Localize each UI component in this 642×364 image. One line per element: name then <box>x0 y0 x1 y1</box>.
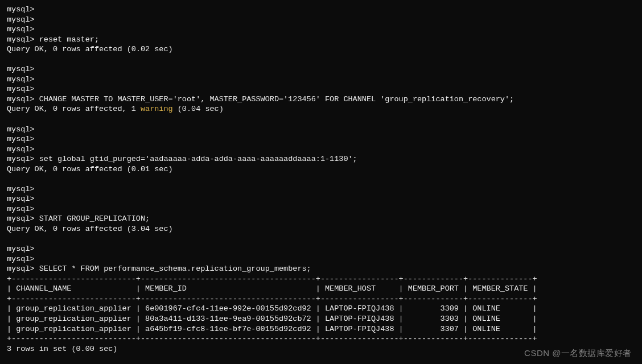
watermark-text: CSDN @一名数据库爱好者 <box>524 348 632 359</box>
result-change-master: Query OK, 0 rows affected, 1 warning (0.… <box>7 105 224 113</box>
prompt-line: mysql> <box>7 85 35 93</box>
cmd-change-master: mysql> CHANGE MASTER TO MASTER_USER='roo… <box>7 95 514 104</box>
result-start-group-replication: Query OK, 0 rows affected (3.04 sec) <box>7 225 173 233</box>
result-set-gtid: Query OK, 0 rows affected (0.01 sec) <box>7 165 173 173</box>
terminal-output: mysql> mysql> mysql> mysql> reset master… <box>7 5 635 364</box>
prompt-line: mysql> <box>7 255 35 263</box>
result-reset-master: Query OK, 0 rows affected (0.02 sec) <box>7 45 173 53</box>
table-row: | group_replication_applier | a645bf19-c… <box>7 325 537 333</box>
prompt-line: mysql> <box>7 25 35 34</box>
table-row: | group_replication_applier | 80a3a411-d… <box>7 315 537 323</box>
cmd-reset-master: mysql> reset master; <box>7 35 99 44</box>
prompt-line: mysql> <box>7 65 35 73</box>
warning-text: warning <box>141 105 173 113</box>
cmd-start-group-replication: mysql> START GROUP_REPLICATION; <box>7 214 150 223</box>
prompt-line: mysql> <box>7 125 35 134</box>
prompt-line: mysql> <box>7 15 35 24</box>
table-header: | CHANNEL_NAME | MEMBER_ID | MEMBER_HOST… <box>7 284 537 293</box>
prompt-line: mysql> <box>7 195 35 203</box>
table-separator: +---------------------------+-----------… <box>7 295 537 303</box>
table-separator: +---------------------------+-----------… <box>7 334 537 343</box>
prompt-line: mysql> <box>7 245 35 253</box>
table-row: | group_replication_applier | 6e001967-c… <box>7 304 537 313</box>
table-footer: 3 rows in set (0.00 sec) <box>7 345 117 353</box>
table-separator: +---------------------------+-----------… <box>7 275 537 283</box>
prompt-line: mysql> <box>7 75 35 84</box>
prompt-line: mysql> <box>7 185 35 193</box>
cmd-set-gtid: mysql> set global gtid_purged='aadaaaaa-… <box>7 155 357 163</box>
cmd-select-members: mysql> SELECT * FROM performance_schema.… <box>7 264 311 273</box>
prompt-line: mysql> <box>7 135 35 143</box>
prompt-line: mysql> <box>7 145 35 154</box>
prompt-line: mysql> <box>7 5 35 14</box>
prompt-line: mysql> <box>7 205 35 213</box>
